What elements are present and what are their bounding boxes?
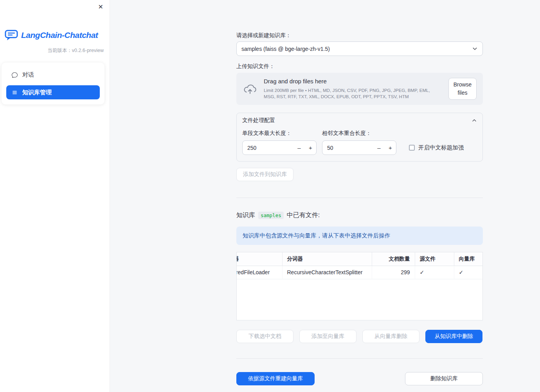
add-to-vector-store-button[interactable]: 添加至向量库 (299, 330, 356, 343)
sidebar-menu: 对话 知识库管理 (2, 63, 104, 104)
overlap-label: 相邻文本重合长度： (322, 130, 396, 137)
cloud-upload-icon (243, 83, 257, 95)
zh-title-enhance-checkbox[interactable] (409, 145, 415, 151)
zh-title-enhance-row: 开启中文标题加强 (409, 140, 464, 155)
kb-select-label: 请选择或新建知识库： (236, 32, 483, 39)
app-logo: LangChain-Chatchat (5, 30, 106, 41)
cell-loader: UnstructuredFileLoader (236, 266, 282, 279)
kb-bottom-buttons: 依据源文件重建向量库 删除知识库 (236, 372, 483, 385)
chunk-size-label: 单段文本最大长度： (242, 130, 317, 137)
divider (236, 358, 483, 359)
sidebar: ✕ LangChain-Chatchat 当前版本：v0.2.6-preview… (0, 0, 110, 392)
file-uploader-dropzone[interactable]: Drag and drop files here Limit 200MB per… (236, 73, 483, 105)
kb-files-suffix: 中已有文件: (287, 211, 320, 219)
cell-vector-check: ✓ (454, 266, 483, 279)
overlap-input[interactable]: 50 – + (322, 140, 396, 155)
logo-text: LangChain-Chatchat (21, 31, 98, 40)
divider (236, 198, 483, 198)
kb-selectbox-value: samples (faiss @ bge-large-zh-v1.5) (241, 46, 330, 52)
menu-item-label: 对话 (22, 71, 34, 79)
menu-item-knowledge-base[interactable]: 知识库管理 (6, 85, 100, 99)
logo-chat-bubble-icon (5, 30, 18, 41)
chunk-size-field: 单段文本最大长度： 250 – + (242, 130, 317, 155)
close-icon: ✕ (98, 4, 103, 10)
info-banner: 知识库中包含源文件与向量库，请从下表中选择文件后操作 (236, 227, 483, 245)
table-row[interactable]: UnstructuredFileLoader RecursiveCharacte… (236, 266, 483, 279)
column-header-docs-count[interactable]: 文档数量 (372, 252, 415, 266)
list-icon (11, 90, 18, 95)
overlap-plus-button[interactable]: + (385, 144, 396, 151)
chunk-size-input[interactable]: 250 – + (242, 140, 317, 155)
cell-splitter: RecursiveCharacterTextSplitter (282, 266, 372, 279)
kb-files-prefix: 知识库 (236, 211, 255, 219)
download-selected-button[interactable]: 下载选中文档 (236, 330, 293, 343)
expander-header[interactable]: 文件处理配置 (242, 113, 477, 128)
expander-body: 单段文本最大长度： 250 – + 相邻文本重合长度： 50 – + 开启中文标… (242, 130, 477, 155)
expander-title: 文件处理配置 (242, 117, 275, 124)
delete-from-kb-button[interactable]: 从知识库中删除 (425, 330, 482, 343)
overlap-value: 50 (327, 145, 373, 151)
chunk-size-value: 250 (247, 145, 293, 151)
cell-source-check: ✓ (415, 266, 454, 279)
file-action-buttons: 下载选中文档 添加至向量库 从向量库删除 从知识库中删除 (236, 330, 483, 343)
delete-kb-button[interactable]: 删除知识库 (405, 372, 483, 385)
kb-selectbox[interactable]: samples (faiss @ bge-large-zh-v1.5) (236, 41, 483, 56)
upload-label: 上传知识文件： (236, 63, 483, 70)
chunk-minus-button[interactable]: – (293, 144, 305, 151)
menu-item-label: 知识库管理 (22, 89, 52, 96)
chunk-plus-button[interactable]: + (305, 144, 316, 151)
chat-icon (11, 72, 18, 78)
kb-files-table[interactable]: 文档加载器 分词器 文档数量 源文件 向量库 UnstructuredFileL… (236, 252, 483, 320)
cell-docs-count: 299 (372, 266, 415, 279)
zh-title-enhance-label: 开启中文标题加强 (418, 144, 464, 151)
rebuild-vector-store-button[interactable]: 依据源文件重建向量库 (236, 372, 315, 385)
browse-files-button[interactable]: Browse files (448, 78, 477, 100)
kb-files-heading: 知识库 samples 中已有文件: (236, 211, 483, 219)
version-text: 当前版本：v0.2.6-preview (0, 47, 104, 54)
table-header-row: 文档加载器 分词器 文档数量 源文件 向量库 (236, 252, 483, 266)
file-config-expander: 文件处理配置 单段文本最大长度： 250 – + 相邻文本重合长度： 50 – … (236, 113, 483, 162)
chevron-up-icon (472, 118, 477, 123)
uploader-title: Drag and drop files here (264, 78, 442, 85)
uploader-texts: Drag and drop files here Limit 200MB per… (264, 78, 442, 100)
uploader-limit-text: Limit 200MB per file • HTML, MD, JSON, C… (264, 87, 442, 100)
overlap-minus-button[interactable]: – (373, 144, 385, 151)
table-clipped-viewport: 文档加载器 分词器 文档数量 源文件 向量库 UnstructuredFileL… (236, 252, 483, 279)
sidebar-close-button[interactable]: ✕ (97, 2, 105, 12)
column-header-splitter[interactable]: 分词器 (282, 252, 372, 266)
add-files-to-kb-button[interactable]: 添加文件到知识库 (236, 168, 293, 181)
kb-name-code: samples (258, 212, 284, 219)
column-header-loader[interactable]: 文档加载器 (236, 252, 282, 266)
menu-item-chat[interactable]: 对话 (6, 68, 100, 82)
delete-from-vector-store-button[interactable]: 从向量库删除 (362, 330, 419, 343)
main-content: 请选择或新建知识库： samples (faiss @ bge-large-zh… (236, 0, 483, 385)
overlap-field: 相邻文本重合长度： 50 – + (322, 130, 396, 155)
chevron-down-icon (472, 46, 478, 52)
column-header-vector-store[interactable]: 向量库 (454, 252, 483, 266)
column-header-source-file[interactable]: 源文件 (415, 252, 454, 266)
